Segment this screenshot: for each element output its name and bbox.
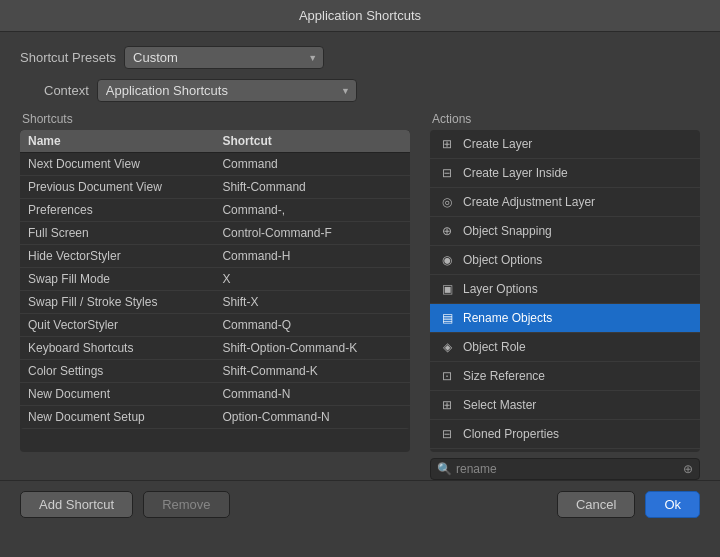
table-row[interactable]: Previous Document ViewShift-Command xyxy=(20,176,410,199)
action-item[interactable]: ▣Layer Options xyxy=(430,275,700,304)
context-select-wrap[interactable]: Application Shortcuts xyxy=(97,79,357,102)
add-shortcut-button[interactable]: Add Shortcut xyxy=(20,491,133,518)
table-row[interactable]: Keyboard ShortcutsShift-Option-Command-K xyxy=(20,337,410,360)
table-row[interactable]: Quit VectorStylerCommand-Q xyxy=(20,314,410,337)
shortcuts-section-label: Shortcuts xyxy=(20,112,410,126)
shortcut-key: Control-Command-F xyxy=(214,222,410,245)
shortcut-name: Full Screen xyxy=(20,222,214,245)
action-icon-6: ▤ xyxy=(438,309,456,327)
table-row[interactable]: Next Document ViewCommand xyxy=(20,153,410,176)
action-item[interactable]: ⊟Create Layer Inside xyxy=(430,159,700,188)
action-label: Object Options xyxy=(463,253,542,267)
action-icon-4: ◉ xyxy=(438,251,456,269)
search-input[interactable] xyxy=(456,462,679,476)
shortcut-name: Preferences xyxy=(20,199,214,222)
action-icon-10: ⊟ xyxy=(438,425,456,443)
search-bar[interactable]: 🔍 ⊕ xyxy=(430,458,700,480)
action-item[interactable]: ▤Rename Objects xyxy=(430,304,700,333)
shortcut-name: Next Document View xyxy=(20,153,214,176)
remove-button: Remove xyxy=(143,491,229,518)
action-icon-2: ◎ xyxy=(438,193,456,211)
presets-select-wrap[interactable]: Custom xyxy=(124,46,324,69)
action-icon-5: ▣ xyxy=(438,280,456,298)
context-row: Context Application Shortcuts xyxy=(20,79,700,102)
ok-button[interactable]: Ok xyxy=(645,491,700,518)
action-item[interactable]: ⊞Select Master xyxy=(430,391,700,420)
zoom-icon[interactable]: ⊕ xyxy=(683,462,693,476)
actions-list[interactable]: ⊞Create Layer⊟Create Layer Inside◎Create… xyxy=(430,130,700,452)
shortcuts-panel: Shortcuts Name Shortcut Next Document Vi… xyxy=(20,112,410,480)
action-item[interactable]: ⊡Size Reference xyxy=(430,362,700,391)
table-row[interactable]: PreferencesCommand-, xyxy=(20,199,410,222)
shortcut-name: Quit VectorStyler xyxy=(20,314,214,337)
action-item[interactable]: ⊕Object Snapping xyxy=(430,217,700,246)
dialog-footer: Add Shortcut Remove Cancel Ok xyxy=(0,480,720,528)
action-label: Select Master xyxy=(463,398,536,412)
shortcut-key: Command-H xyxy=(214,245,410,268)
title-text: Application Shortcuts xyxy=(299,8,421,23)
dialog-title: Application Shortcuts xyxy=(0,0,720,32)
action-label: Object Snapping xyxy=(463,224,552,238)
shortcuts-table: Name Shortcut Next Document ViewCommandP… xyxy=(20,130,410,429)
shortcut-name: Swap Fill Mode xyxy=(20,268,214,291)
action-label: Cloned Properties xyxy=(463,427,559,441)
action-icon-7: ◈ xyxy=(438,338,456,356)
shortcut-key: Shift-Option-Command-K xyxy=(214,337,410,360)
table-row[interactable]: Full ScreenControl-Command-F xyxy=(20,222,410,245)
action-label: Create Layer Inside xyxy=(463,166,568,180)
shortcut-key: Command-, xyxy=(214,199,410,222)
shortcut-name: Keyboard Shortcuts xyxy=(20,337,214,360)
cancel-button[interactable]: Cancel xyxy=(557,491,635,518)
actions-section-label: Actions xyxy=(430,112,700,126)
action-item[interactable]: ◈Object Role xyxy=(430,333,700,362)
shortcut-key: Command-Q xyxy=(214,314,410,337)
table-row[interactable]: Hide VectorStylerCommand-H xyxy=(20,245,410,268)
action-item[interactable]: ◎Create Adjustment Layer xyxy=(430,188,700,217)
table-header: Name Shortcut xyxy=(20,130,410,153)
shortcuts-tbody: Next Document ViewCommandPrevious Docume… xyxy=(20,153,410,429)
shortcut-name: Previous Document View xyxy=(20,176,214,199)
presets-select[interactable]: Custom xyxy=(124,46,324,69)
table-row[interactable]: Swap Fill ModeX xyxy=(20,268,410,291)
action-label: Layer Options xyxy=(463,282,538,296)
shortcut-name: Swap Fill / Stroke Styles xyxy=(20,291,214,314)
action-label: Size Reference xyxy=(463,369,545,383)
col-shortcut: Shortcut xyxy=(214,130,410,153)
action-label: Create Adjustment Layer xyxy=(463,195,595,209)
presets-label: Shortcut Presets xyxy=(20,50,116,65)
table-row[interactable]: New DocumentCommand-N xyxy=(20,383,410,406)
shortcut-key: Command-N xyxy=(214,383,410,406)
footer-right: Cancel Ok xyxy=(557,491,700,518)
shortcut-key: X xyxy=(214,268,410,291)
context-select[interactable]: Application Shortcuts xyxy=(97,79,357,102)
shortcut-key: Option-Command-N xyxy=(214,406,410,429)
shortcut-name: New Document xyxy=(20,383,214,406)
shortcut-key: Command xyxy=(214,153,410,176)
table-row[interactable]: New Document SetupOption-Command-N xyxy=(20,406,410,429)
footer-left: Add Shortcut Remove xyxy=(20,491,230,518)
action-icon-0: ⊞ xyxy=(438,135,456,153)
action-label: Rename Objects xyxy=(463,311,552,325)
shortcut-name: Hide VectorStyler xyxy=(20,245,214,268)
col-name: Name xyxy=(20,130,214,153)
action-item[interactable]: ◉Object Options xyxy=(430,246,700,275)
shortcuts-table-container[interactable]: Name Shortcut Next Document ViewCommandP… xyxy=(20,130,410,452)
search-icon: 🔍 xyxy=(437,462,452,476)
action-icon-1: ⊟ xyxy=(438,164,456,182)
dialog-body: Shortcut Presets Custom Context Applicat… xyxy=(0,32,720,480)
table-row[interactable]: Color SettingsShift-Command-K xyxy=(20,360,410,383)
action-icon-3: ⊕ xyxy=(438,222,456,240)
presets-row: Shortcut Presets Custom xyxy=(20,46,700,69)
action-item[interactable]: ⊞Create Layer xyxy=(430,130,700,159)
action-icon-8: ⊡ xyxy=(438,367,456,385)
sections-row: Shortcuts Name Shortcut Next Document Vi… xyxy=(20,112,700,480)
shortcut-name: New Document Setup xyxy=(20,406,214,429)
table-row[interactable]: Swap Fill / Stroke StylesShift-X xyxy=(20,291,410,314)
action-icon-9: ⊞ xyxy=(438,396,456,414)
action-item[interactable]: ◎Combine xyxy=(430,449,700,452)
context-label: Context xyxy=(44,83,89,98)
action-label: Create Layer xyxy=(463,137,532,151)
action-label: Object Role xyxy=(463,340,526,354)
action-item[interactable]: ⊟Cloned Properties xyxy=(430,420,700,449)
shortcut-name: Color Settings xyxy=(20,360,214,383)
